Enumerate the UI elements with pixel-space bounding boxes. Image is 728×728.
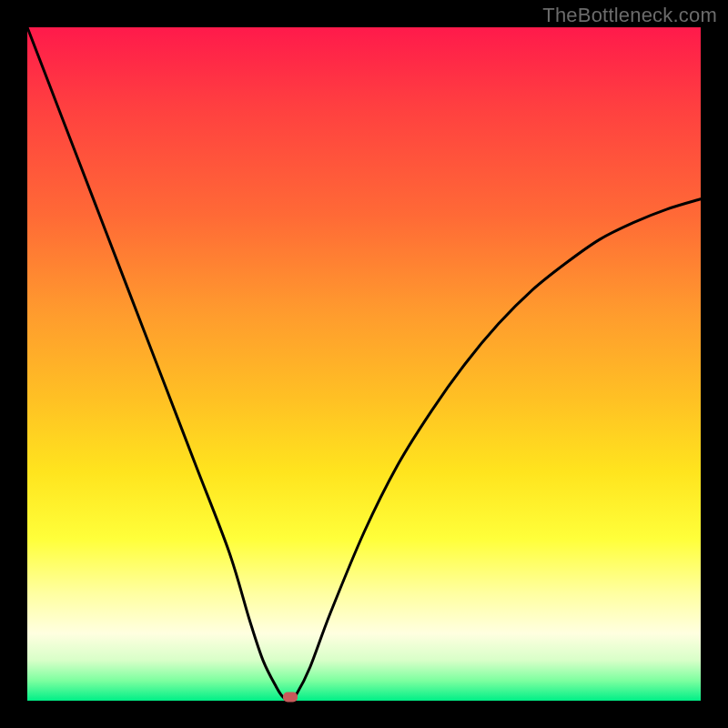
watermark-text: TheBottleneck.com: [542, 4, 717, 27]
plot-area: [27, 27, 701, 701]
bottleneck-curve: [27, 27, 701, 701]
curve-svg: [27, 27, 701, 701]
chart-frame: TheBottleneck.com: [0, 0, 728, 728]
min-marker: [283, 693, 298, 703]
